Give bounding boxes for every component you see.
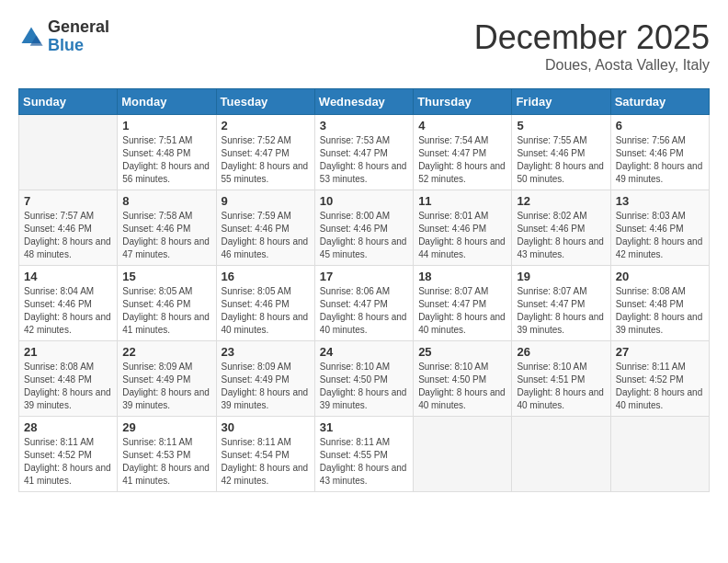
week-row-1: 1Sunrise: 7:51 AMSunset: 4:48 PMDaylight… xyxy=(19,115,710,190)
day-cell: 31Sunrise: 8:11 AMSunset: 4:55 PMDayligh… xyxy=(314,417,413,492)
day-number: 3 xyxy=(320,119,408,132)
day-cell: 27Sunrise: 8:11 AMSunset: 4:52 PMDayligh… xyxy=(610,341,709,417)
day-cell: 17Sunrise: 8:06 AMSunset: 4:47 PMDayligh… xyxy=(314,266,413,341)
day-number: 16 xyxy=(222,270,310,283)
day-cell: 25Sunrise: 8:10 AMSunset: 4:50 PMDayligh… xyxy=(414,341,512,417)
week-row-4: 21Sunrise: 8:08 AMSunset: 4:48 PMDayligh… xyxy=(19,341,710,417)
day-number: 5 xyxy=(517,119,605,132)
cell-info: Sunrise: 8:10 AMSunset: 4:50 PMDaylight:… xyxy=(418,361,506,412)
col-header-wednesday: Wednesday xyxy=(314,89,413,115)
day-number: 4 xyxy=(418,119,506,132)
day-number: 30 xyxy=(222,420,310,434)
cell-info: Sunrise: 8:05 AMSunset: 4:46 PMDaylight:… xyxy=(222,285,310,337)
day-number: 18 xyxy=(418,270,506,283)
cell-info: Sunrise: 7:59 AMSunset: 4:46 PMDaylight:… xyxy=(222,210,310,261)
day-cell: 24Sunrise: 8:10 AMSunset: 4:50 PMDayligh… xyxy=(314,341,413,417)
cell-info: Sunrise: 8:01 AMSunset: 4:46 PMDaylight:… xyxy=(418,210,506,261)
day-number: 1 xyxy=(122,119,210,132)
day-cell: 16Sunrise: 8:05 AMSunset: 4:46 PMDayligh… xyxy=(216,266,314,341)
day-number: 8 xyxy=(122,194,210,208)
day-cell: 22Sunrise: 8:09 AMSunset: 4:49 PMDayligh… xyxy=(118,341,216,417)
day-cell: 6Sunrise: 7:56 AMSunset: 4:46 PMDaylight… xyxy=(610,115,709,190)
cell-info: Sunrise: 8:00 AMSunset: 4:46 PMDaylight:… xyxy=(320,210,408,261)
day-cell: 23Sunrise: 8:09 AMSunset: 4:49 PMDayligh… xyxy=(216,341,314,417)
day-number: 9 xyxy=(222,194,310,208)
cell-info: Sunrise: 8:08 AMSunset: 4:48 PMDaylight:… xyxy=(24,361,112,412)
cell-info: Sunrise: 8:10 AMSunset: 4:51 PMDaylight:… xyxy=(517,361,605,412)
day-number: 13 xyxy=(616,194,704,208)
cell-info: Sunrise: 8:06 AMSunset: 4:47 PMDaylight:… xyxy=(320,285,408,337)
cell-info: Sunrise: 8:05 AMSunset: 4:46 PMDaylight:… xyxy=(122,285,210,337)
cell-info: Sunrise: 7:53 AMSunset: 4:47 PMDaylight:… xyxy=(320,134,408,186)
cell-info: Sunrise: 8:09 AMSunset: 4:49 PMDaylight:… xyxy=(122,361,210,412)
cell-info: Sunrise: 8:11 AMSunset: 4:54 PMDaylight:… xyxy=(222,436,310,488)
logo-text: General Blue xyxy=(48,18,109,55)
day-cell: 4Sunrise: 7:54 AMSunset: 4:47 PMDaylight… xyxy=(414,115,512,190)
day-cell: 14Sunrise: 8:04 AMSunset: 4:46 PMDayligh… xyxy=(19,266,118,341)
col-header-saturday: Saturday xyxy=(610,89,709,115)
col-header-monday: Monday xyxy=(118,89,216,115)
day-number: 22 xyxy=(122,345,210,359)
day-number: 26 xyxy=(517,345,605,359)
logo-blue-text: Blue xyxy=(48,37,109,55)
day-number: 20 xyxy=(616,270,704,283)
day-cell: 20Sunrise: 8:08 AMSunset: 4:48 PMDayligh… xyxy=(610,266,709,341)
day-number: 14 xyxy=(24,270,112,283)
day-cell: 7Sunrise: 7:57 AMSunset: 4:46 PMDaylight… xyxy=(19,190,118,266)
cell-info: Sunrise: 8:07 AMSunset: 4:47 PMDaylight:… xyxy=(418,285,506,337)
cell-info: Sunrise: 8:07 AMSunset: 4:47 PMDaylight:… xyxy=(517,285,605,337)
cell-info: Sunrise: 8:08 AMSunset: 4:48 PMDaylight:… xyxy=(616,285,704,337)
logo-icon xyxy=(18,24,44,50)
logo-general-text: General xyxy=(48,18,109,37)
col-header-friday: Friday xyxy=(512,89,610,115)
day-cell: 1Sunrise: 7:51 AMSunset: 4:48 PMDaylight… xyxy=(118,115,216,190)
day-cell xyxy=(19,115,118,190)
cell-info: Sunrise: 8:11 AMSunset: 4:52 PMDaylight:… xyxy=(616,361,704,412)
month-title: December 2025 xyxy=(474,18,710,57)
day-cell: 28Sunrise: 8:11 AMSunset: 4:52 PMDayligh… xyxy=(19,417,118,492)
day-number: 29 xyxy=(122,420,210,434)
day-number: 28 xyxy=(24,420,112,434)
day-number: 11 xyxy=(418,194,506,208)
calendar-header-row: SundayMondayTuesdayWednesdayThursdayFrid… xyxy=(19,89,710,115)
cell-info: Sunrise: 7:55 AMSunset: 4:46 PMDaylight:… xyxy=(517,134,605,186)
day-number: 15 xyxy=(122,270,210,283)
day-cell: 10Sunrise: 8:00 AMSunset: 4:46 PMDayligh… xyxy=(314,190,413,266)
day-number: 17 xyxy=(320,270,408,283)
day-cell: 19Sunrise: 8:07 AMSunset: 4:47 PMDayligh… xyxy=(512,266,610,341)
cell-info: Sunrise: 8:03 AMSunset: 4:46 PMDaylight:… xyxy=(616,210,704,261)
day-number: 10 xyxy=(320,194,408,208)
page-header: General Blue December 2025 Doues, Aosta … xyxy=(18,18,710,74)
day-cell: 18Sunrise: 8:07 AMSunset: 4:47 PMDayligh… xyxy=(414,266,512,341)
col-header-sunday: Sunday xyxy=(19,89,118,115)
week-row-2: 7Sunrise: 7:57 AMSunset: 4:46 PMDaylight… xyxy=(19,190,710,266)
col-header-tuesday: Tuesday xyxy=(216,89,314,115)
day-cell: 12Sunrise: 8:02 AMSunset: 4:46 PMDayligh… xyxy=(512,190,610,266)
day-number: 6 xyxy=(616,119,704,132)
calendar-table: SundayMondayTuesdayWednesdayThursdayFrid… xyxy=(18,88,710,492)
cell-info: Sunrise: 7:56 AMSunset: 4:46 PMDaylight:… xyxy=(616,134,704,186)
day-cell: 9Sunrise: 7:59 AMSunset: 4:46 PMDaylight… xyxy=(216,190,314,266)
title-area: December 2025 Doues, Aosta Valley, Italy xyxy=(474,18,710,74)
cell-info: Sunrise: 8:11 AMSunset: 4:55 PMDaylight:… xyxy=(320,436,408,488)
cell-info: Sunrise: 7:52 AMSunset: 4:47 PMDaylight:… xyxy=(222,134,310,186)
cell-info: Sunrise: 8:10 AMSunset: 4:50 PMDaylight:… xyxy=(320,361,408,412)
day-number: 25 xyxy=(418,345,506,359)
week-row-3: 14Sunrise: 8:04 AMSunset: 4:46 PMDayligh… xyxy=(19,266,710,341)
cell-info: Sunrise: 7:58 AMSunset: 4:46 PMDaylight:… xyxy=(122,210,210,261)
day-cell: 13Sunrise: 8:03 AMSunset: 4:46 PMDayligh… xyxy=(610,190,709,266)
day-cell xyxy=(414,417,512,492)
day-number: 21 xyxy=(24,345,112,359)
day-number: 7 xyxy=(24,194,112,208)
day-cell: 2Sunrise: 7:52 AMSunset: 4:47 PMDaylight… xyxy=(216,115,314,190)
day-number: 23 xyxy=(222,345,310,359)
cell-info: Sunrise: 8:02 AMSunset: 4:46 PMDaylight:… xyxy=(517,210,605,261)
cell-info: Sunrise: 7:54 AMSunset: 4:47 PMDaylight:… xyxy=(418,134,506,186)
cell-info: Sunrise: 8:11 AMSunset: 4:53 PMDaylight:… xyxy=(122,436,210,488)
day-number: 12 xyxy=(517,194,605,208)
cell-info: Sunrise: 8:04 AMSunset: 4:46 PMDaylight:… xyxy=(24,285,112,337)
cell-info: Sunrise: 8:09 AMSunset: 4:49 PMDaylight:… xyxy=(222,361,310,412)
col-header-thursday: Thursday xyxy=(414,89,512,115)
day-number: 24 xyxy=(320,345,408,359)
cell-info: Sunrise: 8:11 AMSunset: 4:52 PMDaylight:… xyxy=(24,436,112,488)
